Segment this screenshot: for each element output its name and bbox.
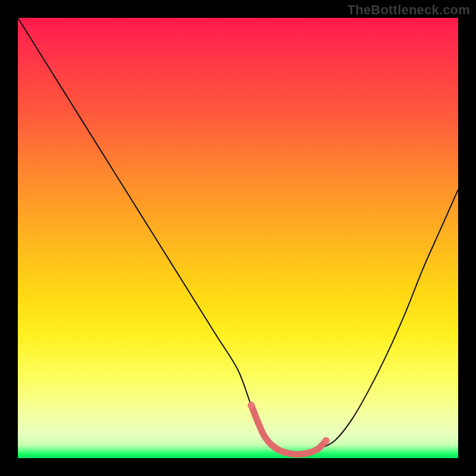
bottleneck-curve-path [18,18,458,455]
chart-frame: TheBottleneck.com [0,0,476,476]
bottleneck-curve-svg [18,18,458,458]
optimal-range-highlight [251,405,326,454]
watermark-label: TheBottleneck.com [347,2,470,18]
gradient-plot-area [18,18,458,458]
optimal-range-end-dot [322,437,330,444]
optimal-range-start-dot [248,402,255,409]
